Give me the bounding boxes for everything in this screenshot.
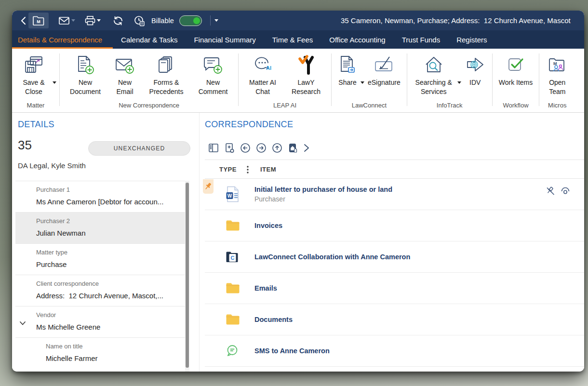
esignature-label: eSignature [368,78,401,87]
ribbon-group-label-leap-ai: LEAP AI [241,102,328,112]
forms-precedents-button[interactable]: Forms & Precedents [142,53,191,96]
panel-divider [199,113,200,372]
new-email-label: New Email [111,78,138,96]
scrollbar-thumb[interactable] [186,183,189,368]
field-purchaser-1[interactable]: Purchaser 1 Ms Anne Cameron [Debtor for … [15,181,186,212]
new-email-button[interactable]: New Email [108,53,142,96]
open-team-button[interactable]: M Open Team [542,53,572,96]
correspondence-toolbar [208,142,310,154]
folder-icon [226,282,240,294]
tab-office-accounting[interactable]: Office Accounting [321,30,393,49]
idv-button[interactable]: IDV [461,53,489,87]
share-icon [338,53,357,78]
matter-title: 35 Cameron, Newman, Purchase; Address: 1… [341,11,571,30]
svg-text:AI: AI [266,65,271,71]
ribbon: Save & Close Matter New Document [12,49,584,113]
correspondence-panel: CORRESPONDENCE [205,113,584,372]
row-emails-folder[interactable]: Emails [205,273,584,304]
field-matter-type[interactable]: Matter type Purchase [15,243,186,275]
new-comment-label: New Comment [194,78,232,96]
chevron-down-icon[interactable] [19,319,26,328]
column-header-item[interactable]: ITEM [260,166,276,173]
navigate-back-icon[interactable] [240,142,251,154]
new-folder-icon[interactable] [224,142,235,154]
work-items-label: Work Items [499,78,533,87]
share-button[interactable]: Share [334,53,361,87]
save-close-button[interactable]: Save & Close [15,53,53,96]
column-header-type[interactable]: TYPE [219,166,237,173]
save-close-dropdown-icon[interactable] [53,84,56,93]
back-icon[interactable] [19,11,28,30]
email-icon[interactable] [58,11,70,30]
searching-services-label: Searching & Services [414,78,454,96]
new-document-button[interactable]: New Document [63,53,108,96]
field-vendor[interactable]: Vendor Ms Michelle Greene [15,306,186,337]
work-items-button[interactable]: Work Items [495,53,536,87]
lawy-research-button[interactable]: LawY Research [284,53,328,96]
share-label: Share [338,78,356,87]
ribbon-group-workflow: Work Items Workflow [493,49,539,112]
searching-services-button[interactable]: Searching & Services [410,53,457,96]
details-heading: DETAILS [18,120,54,130]
ribbon-group-label-matter: Matter [15,102,56,112]
tab-time-fees[interactable]: Time & Fees [264,30,321,49]
save-close-label: Save & Close [18,78,49,96]
titlebar-dropdown-icon[interactable] [214,11,218,30]
matter-folder-icon[interactable]: M [28,13,49,28]
field-label: Vendor [36,311,56,319]
item-title: LawConnect Collaboration with Anne Camer… [254,253,410,261]
details-scrollbar[interactable] [185,181,189,372]
field-purchaser-2[interactable]: Purchaser 2 Julian Newman [15,212,186,243]
tab-trust-funds[interactable]: Trust Funds [394,30,448,49]
row-documents-folder[interactable]: Documents [205,304,584,335]
searching-services-dropdown-icon[interactable] [457,84,461,93]
field-client-correspondence[interactable]: Client correspondence Address: 12 Church… [15,275,186,306]
billable-toggle[interactable] [179,15,202,26]
ribbon-group-microsoft: M Open Team Micros [539,49,575,112]
column-menu-icon[interactable] [246,165,249,176]
esignature-button[interactable]: eSignature [364,53,404,87]
details-fields-list: Purchaser 1 Ms Anne Cameron [Debtor for … [15,181,186,369]
share-dropdown-icon[interactable] [361,84,364,93]
field-name-on-title[interactable]: Name on title Michelle Farmer [15,337,186,369]
billable-label: Billable [151,11,174,30]
preview-eye-icon[interactable] [560,186,571,197]
lawy-research-icon [296,53,316,78]
row-lawconnect-collaboration[interactable]: C LawConnect Collaboration with Anne Cam… [205,241,584,273]
new-document-icon [75,53,95,78]
row-initial-letter[interactable]: W Initial letter to purchaser of house o… [205,179,584,210]
ribbon-group-matter: Save & Close Matter [12,49,59,112]
item-title: Initial letter to purchaser of house or … [254,186,392,193]
esignature-icon [374,53,395,78]
tab-financial-summary[interactable]: Financial Summary [186,30,264,49]
folder-icon [226,314,240,326]
tab-calendar-tasks[interactable]: Calendar & Tasks [113,30,186,49]
move-up-icon[interactable] [271,142,283,154]
titlebar: M Billable 35 Cameron, Newman, Purchase;… [12,11,584,30]
folder-icon [226,220,240,232]
item-title: SMS to Anne Cameron [254,347,330,355]
lawconnect-folder-icon: C [226,251,239,263]
print-dropdown-icon[interactable] [97,11,101,30]
details-panel: DETAILS 35 UNEXCHANGED DA Legal, Kyle Sm… [12,113,189,372]
new-comment-button[interactable]: New Comment [191,53,235,96]
refresh-icon[interactable] [112,11,124,30]
expand-toolbar-icon[interactable] [303,143,310,153]
email-dropdown-icon[interactable] [71,11,75,30]
open-team-label: Open Team [546,78,569,96]
svg-text:C: C [231,255,235,261]
print-icon[interactable] [84,11,96,30]
home-folder-icon[interactable] [287,142,299,154]
row-invoices-folder[interactable]: Invoices [205,210,584,241]
status-badge: UNEXCHANGED [88,141,190,156]
unpin-icon[interactable] [545,186,556,197]
field-value: Ms Michelle Greene [36,323,100,331]
navigate-forward-icon[interactable] [255,142,267,154]
tab-registers[interactable]: Registers [448,30,495,49]
matter-ai-chat-button[interactable]: AI Matter AI Chat [241,53,284,96]
titlebar-separator [210,15,211,26]
row-sms[interactable]: SMS to Anne Cameron [205,335,584,367]
tab-details-correspondence[interactable]: Details & Correspondence [12,30,113,49]
time-billing-icon[interactable] [134,11,146,30]
layout-view-icon[interactable] [208,142,219,154]
